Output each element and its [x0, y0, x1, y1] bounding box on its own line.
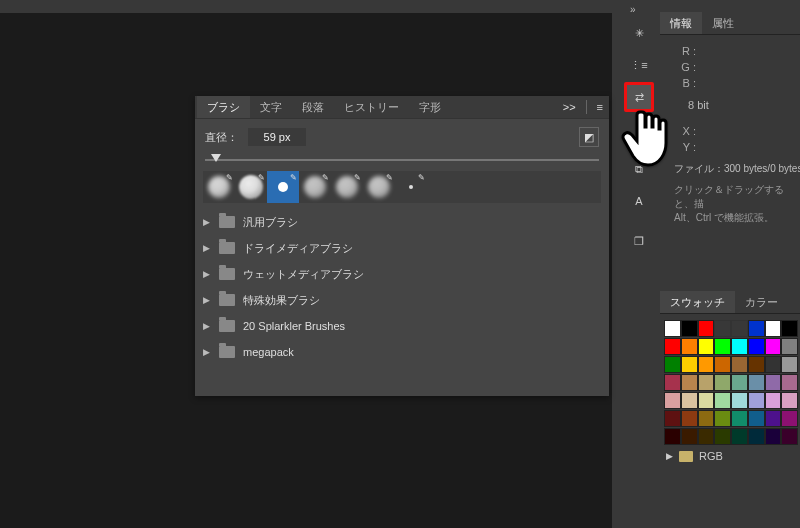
- swatch[interactable]: [698, 356, 715, 373]
- chevron-right-icon: ▶: [203, 347, 211, 357]
- swatch[interactable]: [765, 428, 782, 445]
- swatch[interactable]: [731, 356, 748, 373]
- swatch[interactable]: [765, 356, 782, 373]
- brush-preset[interactable]: ✎: [395, 171, 427, 203]
- brush-panel-tab[interactable]: 字形: [409, 96, 451, 118]
- swatch[interactable]: [681, 410, 698, 427]
- brush-preset[interactable]: ✎: [203, 171, 235, 203]
- swatch[interactable]: [714, 374, 731, 391]
- panel-expand-chevrons[interactable]: >>: [563, 101, 576, 113]
- swatch[interactable]: [714, 410, 731, 427]
- channel-label: G :: [674, 59, 696, 75]
- swatches-grid[interactable]: [660, 314, 800, 446]
- swatch[interactable]: [765, 374, 782, 391]
- swatch[interactable]: [731, 392, 748, 409]
- brush-settings-icon[interactable]: ⋮≡: [624, 50, 654, 80]
- brush-preset[interactable]: ✎: [363, 171, 395, 203]
- swatch[interactable]: [765, 392, 782, 409]
- chevron-right-icon[interactable]: ▶: [666, 451, 673, 461]
- info-tab[interactable]: 情報: [660, 12, 702, 34]
- brush-panel-tab[interactable]: 段落: [292, 96, 334, 118]
- swatch[interactable]: [748, 374, 765, 391]
- swatch[interactable]: [781, 338, 798, 355]
- brush-folder[interactable]: ▶20 Splarkler Brushes: [203, 313, 601, 339]
- brush-preset[interactable]: ✎: [267, 171, 299, 203]
- swatch[interactable]: [698, 428, 715, 445]
- ruler-icon[interactable]: ⧉: [624, 154, 654, 184]
- swatch[interactable]: [781, 320, 798, 337]
- swatch[interactable]: [781, 356, 798, 373]
- folder-icon: [219, 320, 235, 332]
- swatch[interactable]: [731, 374, 748, 391]
- brush-folder[interactable]: ▶megapack: [203, 339, 601, 365]
- swatch[interactable]: [664, 338, 681, 355]
- brush-folder[interactable]: ▶ドライメディアブラシ: [203, 235, 601, 261]
- swatch[interactable]: [765, 410, 782, 427]
- swatch[interactable]: [664, 392, 681, 409]
- swatch[interactable]: [698, 410, 715, 427]
- swatch[interactable]: [681, 374, 698, 391]
- swatch[interactable]: [681, 338, 698, 355]
- swatches-tab[interactable]: カラー: [735, 291, 788, 313]
- swatch[interactable]: [681, 392, 698, 409]
- brush-panel-tab[interactable]: ブラシ: [197, 96, 250, 118]
- swatch[interactable]: [681, 320, 698, 337]
- brush-panel-tab[interactable]: 文字: [250, 96, 292, 118]
- brush-panel-tab[interactable]: ヒストリー: [334, 96, 409, 118]
- brush-preset[interactable]: ✎: [331, 171, 363, 203]
- swatch[interactable]: [664, 356, 681, 373]
- swatch[interactable]: [781, 410, 798, 427]
- swatch[interactable]: [664, 320, 681, 337]
- brush-size-slider[interactable]: [205, 155, 599, 165]
- panel-collapse-chevrons[interactable]: »: [630, 4, 636, 15]
- swatch[interactable]: [731, 338, 748, 355]
- swatch[interactable]: [698, 338, 715, 355]
- flip-brush-icon[interactable]: ◩: [579, 127, 599, 147]
- swatch[interactable]: [681, 428, 698, 445]
- swatch[interactable]: [714, 392, 731, 409]
- swatch[interactable]: [714, 338, 731, 355]
- swatch[interactable]: [698, 320, 715, 337]
- brush-preset[interactable]: ✎: [235, 171, 267, 203]
- swatch[interactable]: [748, 320, 765, 337]
- swatch[interactable]: [681, 356, 698, 373]
- slider-thumb[interactable]: [211, 154, 221, 162]
- swatch[interactable]: [748, 428, 765, 445]
- swatch[interactable]: [765, 320, 782, 337]
- swatch-group-label: RGB: [699, 450, 723, 462]
- panel-menu-icon[interactable]: ≡: [597, 101, 603, 113]
- swatch[interactable]: [781, 392, 798, 409]
- swatch[interactable]: [781, 374, 798, 391]
- swatch[interactable]: [748, 356, 765, 373]
- info-tab[interactable]: 属性: [702, 12, 744, 34]
- swatch[interactable]: [765, 338, 782, 355]
- swatch[interactable]: [731, 410, 748, 427]
- swatch[interactable]: [698, 374, 715, 391]
- swatch[interactable]: [664, 410, 681, 427]
- swatch[interactable]: [664, 428, 681, 445]
- swatch[interactable]: [748, 410, 765, 427]
- swatch[interactable]: [748, 338, 765, 355]
- swatch[interactable]: [714, 428, 731, 445]
- brush-folder[interactable]: ▶ウェットメディアブラシ: [203, 261, 601, 287]
- brush-preset[interactable]: ✎: [299, 171, 331, 203]
- brush-folder[interactable]: ▶汎用ブラシ: [203, 209, 601, 235]
- sliders-icon[interactable]: ⇄: [624, 82, 654, 112]
- swatch[interactable]: [714, 356, 731, 373]
- swatches-tab[interactable]: スウォッチ: [660, 291, 735, 313]
- guide-icon[interactable]: ✛: [624, 122, 654, 152]
- folder-icon: [219, 268, 235, 280]
- swatch[interactable]: [731, 428, 748, 445]
- layers-icon[interactable]: ❐: [624, 226, 654, 256]
- swatch[interactable]: [698, 392, 715, 409]
- swatch[interactable]: [664, 374, 681, 391]
- swatch[interactable]: [714, 320, 731, 337]
- navigator-icon[interactable]: ✳: [624, 18, 654, 48]
- brush-panel: ブラシ文字段落ヒストリー字形 >> ≡ 直径： ◩ ✎ ✎ ✎ ✎ ✎ ✎ ✎ …: [195, 96, 609, 396]
- brush-folder[interactable]: ▶特殊効果ブラシ: [203, 287, 601, 313]
- swatch[interactable]: [748, 392, 765, 409]
- brush-size-input[interactable]: [248, 128, 306, 146]
- swatch[interactable]: [781, 428, 798, 445]
- type-icon[interactable]: A: [624, 186, 654, 216]
- swatch[interactable]: [731, 320, 748, 337]
